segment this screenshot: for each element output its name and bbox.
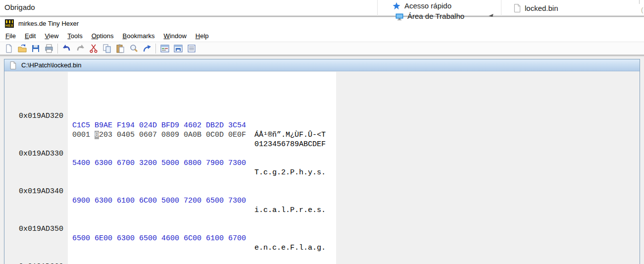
menu-file[interactable]: File xyxy=(1,31,20,41)
desktop-label: Área de Trabalho xyxy=(407,12,464,20)
ascii-segment: e.n.c.e.F.l.a.g. xyxy=(254,244,326,252)
copy-button[interactable] xyxy=(100,43,113,54)
row-address: 0x019AD360 xyxy=(19,262,63,264)
hex-byte-segment: 5400 6300 6700 3200 5000 6800 7900 7300 xyxy=(72,159,246,167)
paste-button[interactable] xyxy=(113,43,127,54)
hex-row[interactable]: 0x019AD320 C1C5 B9AE F194 024D BFD9 4602… xyxy=(4,102,640,111)
sidebar-item-desktop[interactable]: Área de Trabalho xyxy=(396,12,464,20)
quick-access-star-icon xyxy=(393,2,400,10)
copy-icon xyxy=(102,44,112,53)
hex-editor-area: 0001 0203 0405 0607 0809 0A0B 0C0D 0E0F … xyxy=(4,72,640,264)
hex-row[interactable]: 0x019AD330 5400 6300 6700 3200 5000 6800… xyxy=(4,140,640,149)
search-button[interactable] xyxy=(127,43,140,54)
hex-window-icon xyxy=(160,44,170,53)
row-hex-bytes: 5400 6300 6700 3200 5000 6800 7900 7300 xyxy=(72,158,246,168)
app-icon-bars xyxy=(6,20,13,23)
file-item-label: locked.bin xyxy=(525,4,558,12)
save-icon xyxy=(31,44,41,53)
row-ascii: e.n.c.e.F.l.a.g. xyxy=(254,243,326,253)
row-address: 0x019AD350 xyxy=(19,224,63,234)
redo-button[interactable] xyxy=(73,43,87,54)
paste-icon xyxy=(115,44,125,53)
menu-bookmarks[interactable]: Bookmarks xyxy=(118,31,159,41)
divider xyxy=(377,0,378,16)
goto-button[interactable] xyxy=(140,43,153,54)
hex-byte-segment: C1C5 B9AE F194 024D BFD9 4602 DB2D 3C54 xyxy=(72,121,246,130)
menu-tools[interactable]: Tools xyxy=(63,31,87,41)
disk-window-button[interactable] xyxy=(171,43,185,54)
hex-byte-segment: 6900 6300 6100 6C00 5000 7200 6500 7300 xyxy=(72,197,246,205)
hex-row[interactable]: 0x019AD340 6900 6300 6100 6C00 5000 7200… xyxy=(4,177,640,187)
row-hex-bytes: C1C5 B9AE F194 024D BFD9 4602 DB2D 3C54 xyxy=(72,121,246,130)
save-button[interactable] xyxy=(29,43,42,54)
hex-window-button[interactable] xyxy=(158,43,171,54)
hex-row[interactable]: 0x019AD360 7300 0000 E200 0000 AA55 3C00… xyxy=(4,253,640,262)
tiny-hexer-window: HEX mirkes.de Tiny Hexer File Edit View … xyxy=(0,16,644,264)
row-ascii: ÁÅ¹®ñ”.M¿ÙF.Û-<T xyxy=(254,130,326,140)
menu-options[interactable]: Options xyxy=(87,31,118,41)
edge-fragment: ( xyxy=(641,6,643,13)
disk-window-icon xyxy=(173,44,183,53)
print-icon xyxy=(44,44,54,53)
print-button[interactable] xyxy=(42,43,55,54)
file-icon xyxy=(513,4,521,12)
menu-window[interactable]: Window xyxy=(159,31,191,41)
menu-view[interactable]: View xyxy=(40,31,63,41)
desktop-icon xyxy=(396,12,403,20)
hex-rows: 0x019AD320 C1C5 B9AE F194 024D BFD9 4602… xyxy=(4,83,640,264)
new-file-button[interactable] xyxy=(2,43,15,54)
cut-icon xyxy=(89,44,99,53)
background-app-strip: Obrigado Acesso rápido Área de Trabalho xyxy=(0,0,644,16)
cut-button[interactable] xyxy=(87,43,100,54)
row-address: 0x019AD340 xyxy=(19,187,63,196)
undo-button[interactable] xyxy=(60,43,73,54)
redo-icon xyxy=(75,44,85,53)
quick-access-label: Acesso rápido xyxy=(404,1,451,10)
list-view-button[interactable] xyxy=(185,43,198,54)
toolbar-separator xyxy=(57,44,58,53)
screen: Obrigado Acesso rápido Área de Trabalho xyxy=(0,0,644,264)
tiny-hexer-app-icon: HEX xyxy=(5,19,14,28)
hex-row[interactable]: 0x019AD350 6500 6E00 6300 6500 4600 6C00… xyxy=(4,215,640,224)
sidebar-item-quick-access[interactable]: Acesso rápido xyxy=(393,1,451,10)
new-file-icon xyxy=(4,44,14,53)
file-item-locked-bin[interactable]: locked.bin xyxy=(513,4,558,12)
row-address: 0x019AD320 xyxy=(19,111,63,121)
ascii-segment: i.c.a.l.P.r.e.s. xyxy=(254,206,326,214)
document-window: C:\HPatch\locked.bin 0001 0203 0405 0607… xyxy=(4,59,640,264)
divider xyxy=(501,0,501,16)
background-tab-label: Obrigado xyxy=(4,3,35,11)
row-ascii: T.c.g.2.P.h.y.s. xyxy=(254,168,326,177)
divider xyxy=(639,0,640,4)
ascii-segment: T.c.g.2.P.h.y.s. xyxy=(254,168,326,177)
document-icon xyxy=(9,61,16,69)
ascii-segment: ÁÅ¹®ñ”.M¿ÙF.Û-<T xyxy=(254,131,326,139)
menu-help[interactable]: Help xyxy=(191,31,213,41)
undo-icon xyxy=(62,44,72,53)
window-titlebar[interactable]: HEX mirkes.de Tiny Hexer xyxy=(0,17,644,30)
document-path: C:\HPatch\locked.bin xyxy=(21,61,81,69)
list-view-icon xyxy=(187,44,197,53)
row-address: 0x019AD330 xyxy=(19,149,63,158)
menu-edit[interactable]: Edit xyxy=(20,31,40,41)
menu-bar: File Edit View Tools Options Bookmarks W… xyxy=(0,30,644,42)
search-icon xyxy=(129,44,139,53)
row-hex-bytes: 6900 6300 6100 6C00 5000 7200 6500 7300 xyxy=(72,196,246,206)
window-title: mirkes.de Tiny Hexer xyxy=(18,20,79,27)
open-file-icon xyxy=(17,44,27,53)
document-titlebar[interactable]: C:\HPatch\locked.bin xyxy=(4,59,640,71)
hex-byte-segment: 6500 6E00 6300 6500 4600 6C00 6100 6700 xyxy=(72,234,246,243)
row-ascii: i.c.a.l.P.r.e.s. xyxy=(254,206,326,215)
toolbar-separator xyxy=(155,44,156,53)
row-hex-bytes: 6500 6E00 6300 6500 4600 6C00 6100 6700 xyxy=(72,234,246,243)
toolbar xyxy=(0,42,644,55)
mdi-client-area: C:\HPatch\locked.bin 0001 0203 0405 0607… xyxy=(0,55,644,264)
open-file-button[interactable] xyxy=(15,43,29,54)
goto-icon xyxy=(142,44,152,53)
app-icon-text: HEX xyxy=(5,24,14,28)
